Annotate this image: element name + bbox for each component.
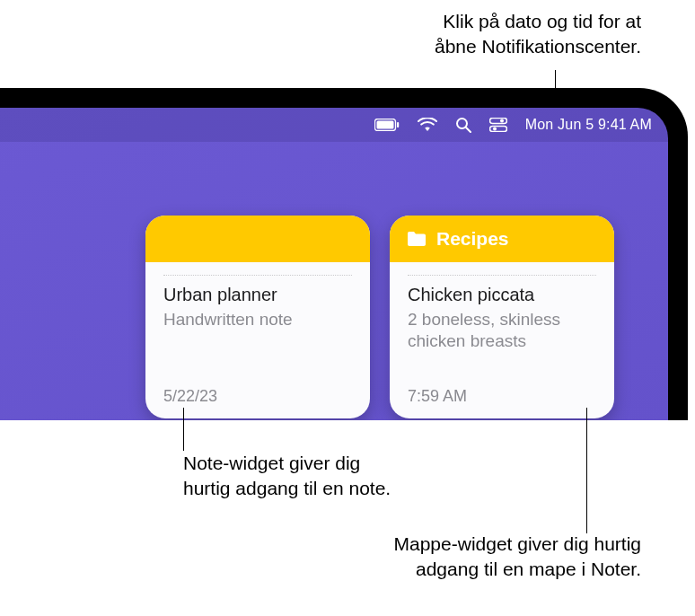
widgets-row: Urban planner Handwritten note 5/22/23 R… bbox=[145, 216, 614, 418]
note-widget[interactable]: Urban planner Handwritten note 5/22/23 bbox=[145, 216, 370, 418]
note-timestamp: 5/22/23 bbox=[163, 387, 217, 406]
device-frame: Mon Jun 5 9:41 AM Urban planner Handwrit… bbox=[0, 88, 695, 420]
callout-left: Note-widget giver dig hurtig adgang til … bbox=[183, 451, 391, 502]
svg-point-6 bbox=[500, 119, 504, 123]
desktop-screen: Mon Jun 5 9:41 AM Urban planner Handwrit… bbox=[0, 108, 668, 420]
folder-note-title: Chicken piccata bbox=[408, 285, 596, 305]
callout-right-leader bbox=[586, 408, 587, 533]
folder-label: Recipes bbox=[436, 228, 509, 250]
svg-rect-5 bbox=[489, 119, 506, 124]
divider bbox=[163, 275, 352, 276]
callout-left-leader bbox=[183, 408, 184, 451]
menubar: Mon Jun 5 9:41 AM bbox=[0, 108, 668, 142]
folder-note-timestamp: 7:59 AM bbox=[408, 387, 467, 406]
folder-widget-header: Recipes bbox=[390, 216, 614, 262]
svg-line-4 bbox=[466, 128, 471, 132]
device-bezel: Mon Jun 5 9:41 AM Urban planner Handwrit… bbox=[0, 88, 688, 420]
svg-rect-2 bbox=[397, 122, 399, 128]
svg-point-8 bbox=[493, 128, 497, 131]
note-subtitle: Handwritten note bbox=[163, 309, 352, 330]
folder-widget[interactable]: Recipes Chicken piccata 2 boneless, skin… bbox=[390, 216, 614, 418]
battery-icon[interactable] bbox=[374, 119, 400, 131]
control-center-icon[interactable] bbox=[489, 118, 507, 132]
folder-note-subtitle: 2 boneless, skinless chicken breasts bbox=[408, 309, 596, 352]
note-widget-body: Urban planner Handwritten note 5/22/23 bbox=[145, 262, 370, 418]
folder-widget-body: Chicken piccata 2 boneless, skinless chi… bbox=[390, 262, 614, 418]
callout-top-text: Klik på dato og tid for at åbne Notifika… bbox=[435, 11, 641, 57]
menubar-clock[interactable]: Mon Jun 5 9:41 AM bbox=[525, 117, 652, 133]
callout-top: Klik på dato og tid for at åbne Notifika… bbox=[435, 9, 641, 60]
note-widget-header bbox=[145, 216, 370, 262]
callout-left-text: Note-widget giver dig hurtig adgang til … bbox=[183, 453, 391, 498]
folder-icon bbox=[406, 230, 427, 248]
spotlight-search-icon[interactable] bbox=[455, 117, 471, 133]
note-title: Urban planner bbox=[163, 285, 352, 305]
callout-right-text: Mappe-widget giver dig hurtig adgang til… bbox=[394, 533, 641, 579]
svg-rect-7 bbox=[489, 127, 506, 132]
svg-rect-1 bbox=[376, 121, 393, 129]
divider bbox=[408, 275, 596, 276]
wifi-icon[interactable] bbox=[418, 118, 437, 132]
callout-right: Mappe-widget giver dig hurtig adgang til… bbox=[394, 532, 641, 583]
